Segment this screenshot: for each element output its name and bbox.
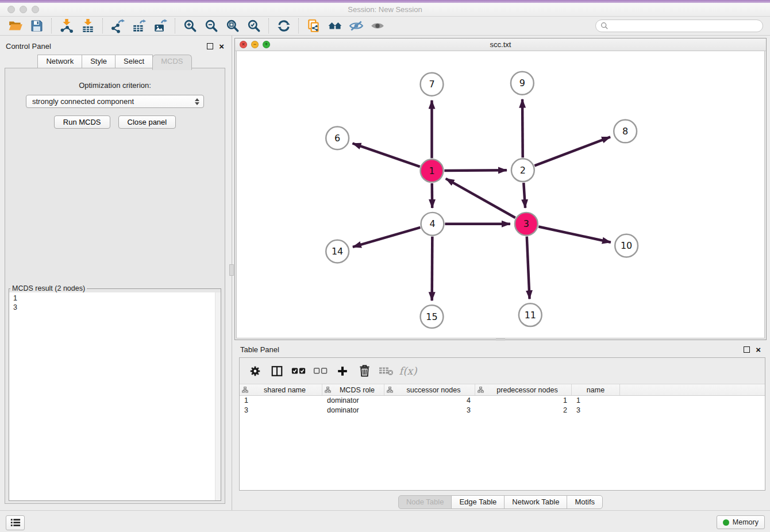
- home-pair-icon: [327, 18, 343, 33]
- network-canvas[interactable]: 7968124314101511: [236, 51, 765, 338]
- control-panel-body: Optimization criterion: strongly connect…: [5, 68, 225, 504]
- graph-edge-3-10[interactable]: [538, 226, 611, 242]
- mcds-result-line: 3: [13, 303, 217, 312]
- import-table-button[interactable]: [77, 17, 98, 34]
- close-table-panel-icon[interactable]: ×: [756, 345, 761, 354]
- column-header-successor-nodes[interactable]: successor nodes: [384, 384, 475, 395]
- window-title: Session: New Session: [348, 5, 422, 14]
- graph-node-label-14: 14: [332, 246, 343, 257]
- hide-panel-button[interactable]: [345, 17, 367, 34]
- maximize-window-button[interactable]: [32, 6, 39, 13]
- fx-icon: f(x): [399, 365, 417, 377]
- zoom-selected-button[interactable]: [243, 17, 264, 34]
- tab-network[interactable]: Network: [37, 55, 82, 68]
- network-window-titlebar[interactable]: × − + scc.txt: [235, 38, 766, 51]
- float-table-panel-icon[interactable]: [744, 346, 750, 353]
- table-panel-header: Table Panel ×: [234, 342, 767, 356]
- table-cell[interactable]: 3: [240, 406, 322, 414]
- column-type-icon: [478, 387, 484, 393]
- table-row[interactable]: 1dominator411: [240, 396, 765, 406]
- open-session-button[interactable]: [5, 17, 26, 34]
- search-box[interactable]: [595, 20, 763, 32]
- criterion-value: strongly connected component: [32, 97, 134, 106]
- table-cell[interactable]: 1: [572, 396, 620, 404]
- graph-edge-2-3[interactable]: [523, 183, 525, 208]
- tab-edge-table[interactable]: Edge Table: [451, 495, 505, 509]
- graph-edge-2-9[interactable]: [522, 99, 523, 158]
- table-row[interactable]: 3dominator323: [240, 406, 765, 415]
- network-resize-grip[interactable]: [496, 338, 505, 341]
- column-header-shared-name[interactable]: shared name: [240, 384, 322, 395]
- graph-edge-3-1[interactable]: [446, 179, 515, 218]
- delete-column-button[interactable]: [353, 360, 375, 383]
- graph-edge-1-2[interactable]: [444, 170, 507, 171]
- criterion-select[interactable]: strongly connected component: [26, 95, 204, 108]
- table-cell[interactable]: 1: [240, 396, 322, 404]
- column-type-icon: [325, 387, 331, 393]
- export-network-button[interactable]: [107, 17, 128, 34]
- window-controls: [7, 6, 39, 13]
- float-panel-icon[interactable]: [207, 43, 213, 49]
- tab-mcds[interactable]: MCDS: [152, 55, 191, 70]
- column-header-name[interactable]: name: [572, 384, 620, 395]
- tab-select[interactable]: Select: [115, 55, 153, 68]
- mcds-scrollbar[interactable]: [215, 292, 221, 500]
- close-window-button[interactable]: [7, 6, 15, 13]
- memory-button[interactable]: Memory: [717, 515, 765, 529]
- duplicate-network-button[interactable]: [303, 17, 324, 34]
- zoom-out-button[interactable]: [201, 17, 222, 34]
- home-layout-button[interactable]: [324, 17, 345, 34]
- run-mcds-button[interactable]: Run MCDS: [54, 115, 110, 129]
- table-cell[interactable]: 2: [475, 406, 572, 414]
- add-column-button[interactable]: [332, 360, 353, 383]
- task-history-button[interactable]: [6, 515, 25, 530]
- save-floppy-icon: [30, 19, 44, 33]
- table-cell[interactable]: dominator: [322, 396, 384, 404]
- table-cell[interactable]: dominator: [322, 406, 384, 414]
- tab-network-table[interactable]: Network Table: [504, 495, 567, 509]
- search-input[interactable]: [611, 21, 758, 30]
- refresh-button[interactable]: [273, 17, 294, 34]
- column-header-predecessor-nodes[interactable]: predecessor nodes: [475, 384, 572, 395]
- save-session-button[interactable]: [26, 17, 47, 34]
- zoom-in-button[interactable]: [179, 17, 201, 34]
- table-cell[interactable]: 3: [384, 406, 475, 414]
- network-close-button[interactable]: ×: [240, 41, 247, 48]
- table-cell[interactable]: 4: [384, 396, 475, 404]
- table-cell[interactable]: 3: [572, 406, 620, 414]
- panel-divider-grip[interactable]: [229, 264, 234, 276]
- graph-edge-2-8[interactable]: [534, 137, 610, 165]
- column-label: predecessor nodes: [486, 386, 569, 394]
- tab-node-table[interactable]: Node Table: [398, 495, 452, 509]
- mcds-result-area[interactable]: 13: [9, 292, 221, 500]
- select-all-button[interactable]: [288, 360, 310, 383]
- table-settings-button[interactable]: [244, 360, 266, 383]
- tab-style[interactable]: Style: [82, 55, 116, 68]
- show-columns-button[interactable]: [266, 360, 288, 383]
- graph-node-label-2: 2: [520, 165, 526, 176]
- export-table-button[interactable]: [128, 17, 149, 34]
- graph-edge-3-11[interactable]: [527, 237, 530, 299]
- zoom-fit-button[interactable]: [222, 17, 243, 34]
- network-graph[interactable]: 7968124314101511: [237, 51, 764, 338]
- graph-edge-4-14[interactable]: [353, 228, 420, 247]
- graph-edge-4-15[interactable]: [432, 237, 433, 301]
- close-panel-icon[interactable]: ×: [219, 42, 224, 51]
- column-header-mcds-role[interactable]: MCDS role: [322, 384, 384, 395]
- show-panel-button[interactable]: [367, 17, 388, 34]
- export-image-button[interactable]: [149, 17, 171, 34]
- column-label: MCDS role: [333, 386, 382, 394]
- import-network-button[interactable]: [56, 17, 77, 34]
- deselect-all-button[interactable]: [310, 360, 332, 383]
- delete-table-button[interactable]: [375, 360, 397, 383]
- close-panel-button[interactable]: Close panel: [118, 115, 176, 129]
- select-stepper-icon: [195, 98, 199, 105]
- tab-motifs[interactable]: Motifs: [567, 495, 603, 509]
- table-cell[interactable]: 1: [475, 396, 572, 404]
- table-panel-title: Table Panel: [240, 345, 279, 354]
- graph-edge-1-6[interactable]: [352, 143, 419, 167]
- function-builder-button[interactable]: f(x): [397, 360, 419, 383]
- network-maximize-button[interactable]: +: [263, 41, 270, 48]
- minimize-window-button[interactable]: [20, 6, 27, 13]
- network-minimize-button[interactable]: −: [251, 41, 259, 48]
